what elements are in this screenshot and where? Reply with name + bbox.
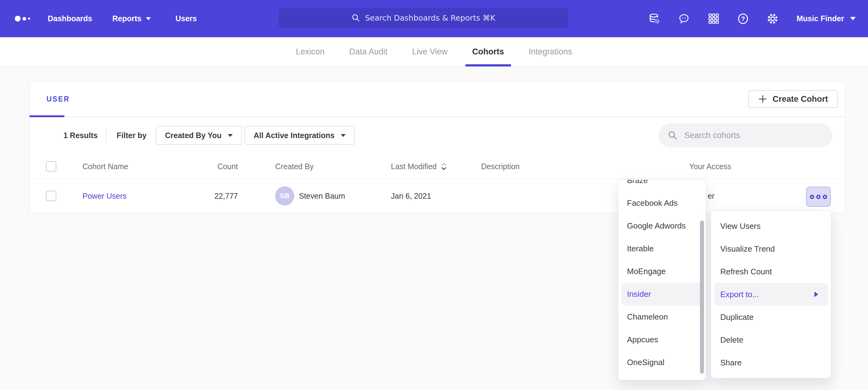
chevron-down-icon [341,134,346,137]
section-tabs-bar: Lexicon Data Audit Live View Cohorts Int… [0,37,868,67]
action-visualize-trend[interactable]: Visualize Trend [711,237,831,260]
menu-item-label: OneSignal [627,358,664,367]
filter-active-integrations-label: All Active Integrations [254,131,335,140]
ellipsis-ring-icon [810,195,814,199]
search-icon [351,13,360,22]
filter-row: 1 Results Filter by Created By You All A… [30,117,845,154]
export-option-chameleon[interactable]: Chameleon [618,305,706,328]
feedback-icon[interactable] [678,12,690,25]
menu-item-label: Appcues [627,335,658,345]
tab-integrations[interactable]: Integrations [522,37,579,66]
action-refresh-count[interactable]: Refresh Count [711,260,831,283]
cohort-search-box [658,123,832,147]
tab-live-view-label: Live View [412,47,447,57]
project-name: Music Finder [797,14,844,23]
tab-data-audit-label: Data Audit [349,47,388,57]
last-modified-date: Jan 6, 2021 [391,179,431,213]
cohort-type-tabs: USER Create Cohort [30,82,845,117]
export-destinations-menu: BrazeFacebook AdsGoogle AdwordsIterableM… [618,180,706,380]
tab-cohorts[interactable]: Cohorts [465,37,511,66]
create-cohort-button[interactable]: Create Cohort [748,90,838,108]
menu-item-label: Delete [720,335,743,345]
cohort-name-link[interactable]: Power Users [83,192,126,200]
global-search-button[interactable]: Search Dashboards & Reports ⌘K [279,8,568,28]
row-checkbox[interactable] [46,191,56,201]
tab-lexicon[interactable]: Lexicon [289,37,331,66]
tab-user-label: USER [46,95,70,103]
settings-gear-icon[interactable] [767,12,779,25]
cohort-actions-menu: View UsersVisualize TrendRefresh CountEx… [711,210,831,378]
results-count: 1 Results [63,117,98,154]
scrollbar-thumb[interactable] [700,221,704,374]
nav-dashboards[interactable]: Dashboards [48,0,92,37]
cohort-row: Power Users 22,777 SB Steven Baum Jan 6,… [30,179,845,213]
filter-created-by-you[interactable]: Created By You [156,126,242,145]
table-header: Cohort Name Count Created By Last Modifi… [30,154,845,179]
menu-item-label: View Users [720,222,761,231]
ellipsis-ring-icon [823,195,827,199]
help-icon[interactable]: ? [737,12,749,25]
menu-item-label: Visualize Trend [720,244,775,254]
export-option-iterable[interactable]: Iterable [618,237,706,260]
column-created-by: Created By [275,154,314,179]
menu-item-label: MoEngage [627,267,666,276]
export-option-onesignal[interactable]: OneSignal [618,351,706,374]
column-last-modified[interactable]: Last Modified [391,154,447,179]
apps-grid-icon[interactable] [707,12,720,25]
tab-data-audit[interactable]: Data Audit [342,37,394,66]
export-option-google-adwords[interactable]: Google Adwords [618,215,706,237]
nav-users[interactable]: Users [176,0,197,37]
mixpanel-logo-icon[interactable] [15,0,30,37]
plus-icon [758,94,767,104]
cohorts-page: Dashboards Reports Users Search Dashboar… [0,0,868,390]
nav-reports-label: Reports [112,14,141,23]
data-management-icon[interactable] [648,12,660,25]
global-search-placeholder: Search Dashboards & Reports ⌘K [365,13,495,23]
export-option-appcues[interactable]: Appcues [618,328,706,351]
chevron-down-icon [146,17,151,20]
chevron-down-icon [228,134,233,137]
ellipsis-ring-icon [816,195,820,199]
submenu-arrow-icon [814,292,818,297]
menu-item-label: Chameleon [627,312,668,322]
column-last-modified-label: Last Modified [391,162,437,171]
search-icon [668,130,678,140]
export-option-insider[interactable]: Insider [621,283,703,305]
nav-users-label: Users [176,14,197,23]
project-switcher[interactable]: Music Finder [797,14,856,23]
your-access-value-partially-occluded: er [708,179,714,213]
nav-reports[interactable]: Reports [112,0,151,37]
tab-cohorts-label: Cohorts [472,47,504,57]
tab-live-view[interactable]: Live View [405,37,454,66]
menu-item-label: Iterable [627,244,654,254]
export-option-braze[interactable]: Braze [618,180,706,192]
action-export-to[interactable]: Export to... [714,283,828,306]
export-option-facebook-ads[interactable]: Facebook Ads [618,192,706,215]
topnav-right-cluster: ? Music Finder [648,0,856,37]
action-share[interactable]: Share [711,351,831,374]
nav-dashboards-label: Dashboards [48,14,92,23]
filter-by-label: Filter by [117,117,147,154]
tab-user-cohorts[interactable]: USER [46,82,70,117]
cohorts-card: USER Create Cohort 1 Results Filter by C… [29,82,845,213]
export-option-moengage[interactable]: MoEngage [618,260,706,283]
action-duplicate[interactable]: Duplicate [711,306,831,328]
menu-item-label: Share [720,358,742,367]
select-all-checkbox[interactable] [46,161,56,172]
column-cohort-name: Cohort Name [83,154,128,179]
create-cohort-label: Create Cohort [773,94,828,104]
top-navigation-bar: Dashboards Reports Users Search Dashboar… [0,0,868,37]
row-actions-button[interactable] [806,187,831,207]
cohort-count: 22,777 [196,179,238,213]
cohort-search-input[interactable] [684,130,817,140]
sort-icon[interactable] [440,162,447,171]
divider [106,128,106,142]
created-by-name: Steven Baum [299,192,345,200]
action-delete[interactable]: Delete [711,328,831,351]
menu-item-label: Google Adwords [627,221,686,231]
action-view-users[interactable]: View Users [711,215,831,237]
menu-item-label: Facebook Ads [627,198,678,208]
filter-active-integrations[interactable]: All Active Integrations [244,126,355,145]
column-description: Description [481,154,520,179]
menu-item-label: Braze [627,180,648,185]
